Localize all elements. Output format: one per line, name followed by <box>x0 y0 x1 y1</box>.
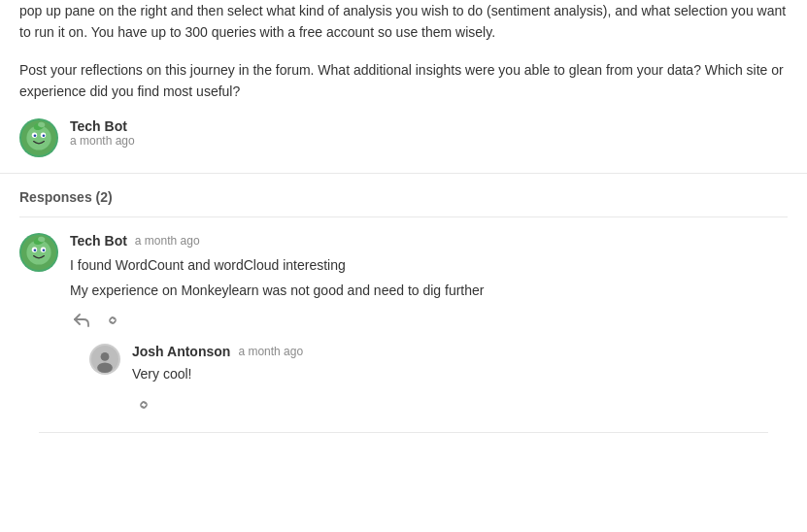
svg-point-13 <box>43 249 46 251</box>
bottom-divider <box>39 432 768 433</box>
nested-reply: Josh Antonson a month ago Very cool! <box>89 344 788 416</box>
responses-header: Responses (2) <box>19 189 788 217</box>
svg-point-18 <box>97 363 113 374</box>
link-button[interactable] <box>101 309 124 332</box>
techbot-avatar-icon <box>21 120 56 155</box>
nested-meta: Josh Antonson a month ago <box>132 344 788 359</box>
post-author-time: a month ago <box>70 134 135 148</box>
response-avatar <box>19 233 58 272</box>
svg-point-4 <box>34 134 37 137</box>
post-author-block: Tech Bot a month ago <box>19 118 788 157</box>
reply-icon <box>73 314 90 327</box>
response-item: Tech Bot a month ago I found WordCount a… <box>19 233 788 416</box>
josh-avatar-icon <box>91 346 118 373</box>
response-body: Tech Bot a month ago I found WordCount a… <box>70 233 788 416</box>
nested-author-time: a month ago <box>238 345 303 358</box>
nested-author-name: Josh Antonson <box>132 344 230 359</box>
response-author-time: a month ago <box>135 234 200 248</box>
nested-reply-text: Very cool! <box>132 363 788 384</box>
nested-avatar <box>89 344 120 375</box>
link-icon <box>105 313 120 328</box>
response-author-name: Tech Bot <box>70 233 127 249</box>
post-author-name: Tech Bot <box>70 118 135 134</box>
responses-section: Responses (2) Tech Bot a month ago I fou… <box>0 174 807 433</box>
svg-point-17 <box>101 352 110 361</box>
avatar <box>19 118 58 157</box>
paragraph-1: pop up pane on the right and then select… <box>19 0 788 44</box>
response-meta: Tech Bot a month ago <box>70 233 788 249</box>
techbot-response-avatar-icon <box>21 235 56 270</box>
reply-button[interactable] <box>70 309 93 332</box>
nested-actions <box>132 393 788 416</box>
response-actions <box>70 309 788 332</box>
nested-content: Josh Antonson a month ago Very cool! <box>132 344 788 416</box>
response-line-2: My experience on Monkeylearn was not goo… <box>70 280 788 301</box>
svg-point-5 <box>43 134 46 137</box>
paragraph-2: Post your reflections on this journey in… <box>19 59 788 103</box>
top-section: pop up pane on the right and then select… <box>0 0 807 174</box>
post-author-info: Tech Bot a month ago <box>70 118 135 148</box>
svg-point-12 <box>34 249 37 251</box>
nested-link-button[interactable] <box>132 393 155 416</box>
nested-link-icon <box>136 397 151 413</box>
response-line-1: I found WordCount and wordCloud interest… <box>70 254 788 276</box>
